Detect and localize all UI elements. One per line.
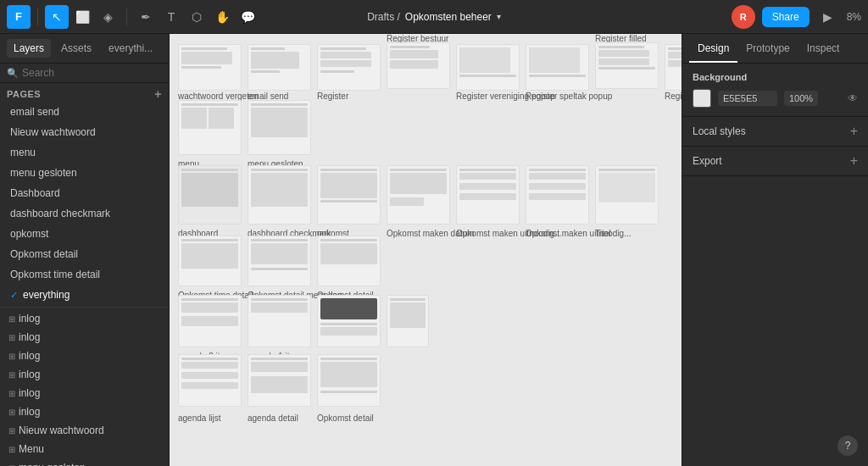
frame-register-ver[interactable] (456, 44, 520, 91)
layer-inlog-1[interactable]: ⊞ inlog (0, 309, 169, 328)
frame-register-popup[interactable] (317, 295, 381, 347)
frame-register[interactable] (317, 44, 381, 91)
zoom-level[interactable]: 8% (847, 11, 861, 23)
tab-layers[interactable]: Layers (7, 39, 51, 58)
frame-opkomst[interactable] (317, 165, 381, 225)
tab-inspect[interactable]: Inspect (798, 34, 849, 63)
export-title: Export (693, 155, 722, 167)
tab-everything[interactable]: everythi... (102, 39, 159, 58)
grid-icon: ⊞ (8, 352, 15, 361)
search-row: 🔍 (0, 64, 169, 83)
assets-tool[interactable]: ⬡ (185, 5, 209, 29)
tab-prototype[interactable]: Prototype (737, 34, 798, 63)
search-input[interactable] (22, 67, 162, 79)
move-tool[interactable]: ↖ (45, 5, 69, 29)
frame-tool[interactable]: ⬜ (70, 5, 94, 29)
right-panel-tabs: Design Prototype Inspect (682, 34, 868, 64)
page-menu[interactable]: menu (0, 142, 169, 163)
frame-opkomst-uitnoodig-1[interactable] (456, 165, 520, 225)
pen-tool[interactable]: ✒ (134, 5, 158, 29)
tab-assets[interactable]: Assets (54, 39, 98, 58)
frame-opkomst-meer-dag[interactable] (248, 236, 311, 286)
hand-tool[interactable]: ✋ (210, 5, 234, 29)
grid-icon: ⊞ (8, 408, 15, 417)
frame-label-register-spel: Register speltak popup (526, 92, 612, 101)
frame-opkomst-uitnoodig-2[interactable] (526, 165, 589, 225)
frame-agenda-detail[interactable] (248, 354, 311, 407)
grid-icon: ⊞ (8, 445, 15, 454)
canvas[interactable]: wachtwoord vergeten email send Register … (170, 34, 682, 466)
right-panel: Design Prototype Inspect Background 👁 Lo… (682, 34, 868, 466)
frame-email-send[interactable] (248, 44, 311, 91)
component-tool[interactable]: ◈ (96, 5, 120, 29)
page-dashboard[interactable]: Dashboard (0, 183, 169, 203)
layer-menu-gesloten[interactable]: ⊞ menu gesloten (0, 458, 169, 466)
section-divider (0, 307, 169, 308)
panel-tabs: Layers Assets everythi... (0, 34, 169, 64)
frame-agenda-1[interactable] (248, 295, 311, 347)
add-export-icon[interactable]: + (850, 153, 858, 169)
frame-titel[interactable] (595, 165, 659, 225)
pages-list: email send Nieuw wachtwoord menu menu ge… (0, 102, 169, 466)
frame-opkomst-time[interactable] (178, 236, 242, 286)
comment-tool[interactable]: 💬 (236, 5, 259, 29)
layer-inlog-2[interactable]: ⊞ inlog (0, 328, 169, 347)
background-color-swatch[interactable] (693, 89, 711, 108)
grid-icon: ⊞ (8, 389, 15, 398)
grid-icon: ⊞ (8, 314, 15, 324)
frame-register-filled-top[interactable] (595, 42, 659, 89)
opacity-input[interactable] (784, 91, 818, 106)
canvas-inner: wachtwoord vergeten email send Register … (170, 34, 682, 466)
frame-label-agenda-lijst: agenda lijst (178, 413, 221, 423)
avatar[interactable]: R (732, 5, 755, 29)
page-nieuw-wachtwoord[interactable]: Nieuw wachtwoord (0, 122, 169, 142)
main-layout: Layers Assets everythi... 🔍 Pages + emai… (0, 34, 868, 466)
frame-register-filled[interactable] (665, 44, 682, 91)
frame-opkomst-detail-bottom[interactable] (317, 354, 381, 407)
check-icon: ✓ (10, 290, 18, 301)
page-email-send[interactable]: email send (0, 102, 169, 122)
layer-inlog-3[interactable]: ⊞ inlog (0, 347, 169, 365)
page-dashboard-checkmark[interactable]: dashboard checkmark (0, 203, 169, 224)
frame-agenda-lijst[interactable] (178, 354, 242, 407)
tab-design[interactable]: Design (689, 34, 737, 63)
layer-menu[interactable]: ⊞ Menu (0, 440, 169, 458)
add-page-icon[interactable]: + (154, 88, 162, 100)
share-button[interactable]: Share (762, 7, 810, 27)
page-menu-gesloten[interactable]: menu gesloten (0, 163, 169, 183)
layer-nieuw-wachtwoord[interactable]: ⊞ Nieuw wachtwoord (0, 421, 169, 440)
play-button[interactable]: ▶ (816, 5, 840, 29)
frame-agenda-2[interactable] (178, 295, 242, 347)
layer-inlog-6[interactable]: ⊞ inlog (0, 402, 169, 421)
page-opkomst[interactable]: opkomst (0, 224, 169, 244)
help-button[interactable]: ? (837, 435, 858, 456)
add-local-style-icon[interactable]: + (850, 124, 858, 139)
frame-dashboard-chk[interactable] (248, 165, 311, 225)
toolbar-separator-1 (37, 8, 38, 25)
frame-menu[interactable] (178, 100, 242, 155)
frame-label-register: Register (317, 92, 348, 101)
page-opkomst-detail[interactable]: Opkomst detail (0, 244, 169, 264)
layer-inlog-5[interactable]: ⊞ inlog (0, 384, 169, 402)
frame-opkomst-maken-datum[interactable] (387, 165, 450, 225)
frame-small-1[interactable] (387, 295, 429, 347)
frame-wachtwoord[interactable] (178, 44, 242, 91)
frame-dashboard[interactable] (178, 165, 242, 225)
frame-register-spel[interactable] (526, 44, 589, 91)
frame-label-titel: Titel (595, 229, 611, 238)
frame-register-bestuur[interactable] (387, 42, 450, 89)
background-title: Background (693, 72, 858, 82)
visibility-icon[interactable]: 👁 (848, 92, 858, 104)
frame-menu-gesloten[interactable] (248, 100, 311, 155)
layer-inlog-4[interactable]: ⊞ inlog (0, 365, 169, 384)
frame-opkomst-detail-row5[interactable] (317, 236, 381, 286)
local-styles-title: Local styles (693, 125, 746, 137)
logo-button[interactable]: F (7, 5, 31, 29)
text-tool[interactable]: T (159, 5, 183, 29)
project-name[interactable]: Opkomsten beheer (405, 11, 492, 23)
hex-input[interactable] (718, 91, 777, 106)
page-everything[interactable]: ✓ everything (0, 285, 169, 305)
toolbar-separator-2 (126, 8, 127, 25)
page-opkomst-time-detail[interactable]: Opkomst time detail (0, 264, 169, 285)
chevron-down-icon[interactable]: ▾ (497, 12, 501, 21)
